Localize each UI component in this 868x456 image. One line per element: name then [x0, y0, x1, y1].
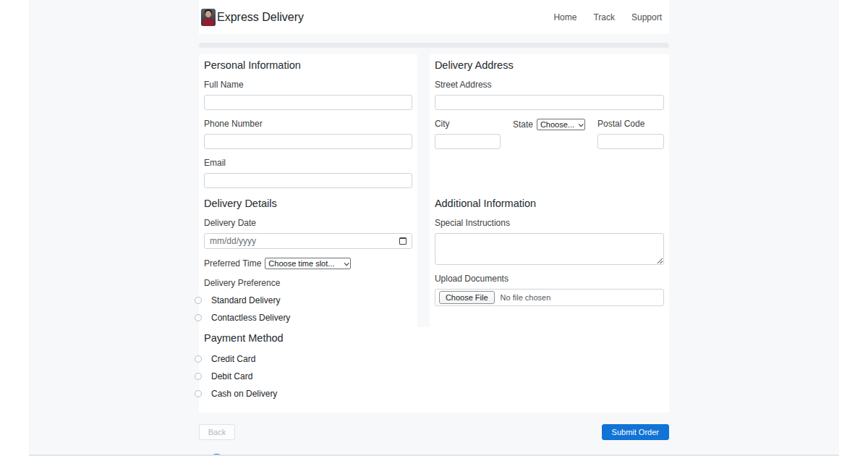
main-nav: Home Track Support: [553, 12, 667, 22]
radio-icon[interactable]: [195, 373, 202, 380]
logo-person-head: [205, 11, 211, 17]
address-row: City State Choose... Postal: [435, 110, 664, 149]
delivery-address-title: Delivery Address: [435, 59, 664, 71]
postal-code-field: Postal Code: [597, 110, 664, 149]
preferred-time-value: Choose time slot...: [268, 259, 334, 268]
full-name-label: Full Name: [204, 80, 412, 90]
section-delivery-address: Delivery Address Street Address City Sta…: [430, 54, 669, 193]
preferred-time-select[interactable]: Choose time slot...: [265, 258, 351, 269]
order-form: Personal Information Full Name Phone Num…: [199, 54, 669, 413]
postal-code-label: Postal Code: [597, 119, 664, 129]
city-input[interactable]: [435, 134, 501, 149]
payment-method-title: Payment Method: [204, 332, 664, 344]
special-instructions-textarea[interactable]: [435, 233, 664, 265]
section-personal-information: Personal Information Full Name Phone Num…: [199, 54, 417, 193]
delivery-preference-label: Delivery Preference: [204, 278, 412, 288]
content-column: Express Delivery Home Track Support Pers…: [199, 0, 669, 456]
radio-icon[interactable]: [195, 355, 202, 363]
nav-link-home[interactable]: Home: [553, 12, 576, 22]
section-delivery-details: Delivery Details Delivery Date mm/dd/yyy…: [199, 193, 417, 327]
personal-information-title: Personal Information: [204, 59, 412, 71]
section-additional-information: Additional Information Special Instructi…: [430, 193, 669, 327]
radio-cash-on-delivery[interactable]: Cash on Delivery: [204, 389, 664, 399]
state-label: State: [513, 119, 533, 130]
upload-documents-label: Upload Documents: [435, 274, 664, 284]
state-select-value: Choose...: [540, 120, 574, 129]
brand-link[interactable]: Express Delivery: [201, 9, 304, 26]
radio-icon[interactable]: [195, 314, 202, 321]
brand-logo-image: [201, 9, 216, 26]
special-instructions-label: Special Instructions: [435, 218, 664, 228]
radio-icon[interactable]: [195, 297, 202, 304]
nav-link-support[interactable]: Support: [631, 12, 662, 22]
radio-standard-delivery[interactable]: Standard Delivery: [204, 295, 412, 305]
app-container: Express Delivery Home Track Support Pers…: [29, 0, 839, 456]
email-label: Email: [204, 158, 412, 168]
delivery-date-input[interactable]: mm/dd/yyyy: [204, 233, 412, 249]
preferred-time-line: Preferred Time Choose time slot...: [204, 258, 412, 269]
preferred-time-label: Preferred Time: [204, 258, 261, 269]
form-footer: Back Submit Order: [199, 424, 669, 440]
email-input[interactable]: [204, 173, 412, 188]
chevron-down-icon: [579, 122, 584, 127]
phone-number-input[interactable]: [204, 134, 412, 149]
choose-file-button[interactable]: Choose File: [439, 291, 495, 304]
postal-code-input[interactable]: [597, 134, 664, 149]
brand-title: Express Delivery: [217, 11, 304, 24]
city-label: City: [435, 119, 501, 129]
street-address-input[interactable]: [435, 95, 664, 110]
state-select[interactable]: Choose...: [537, 119, 585, 130]
header: Express Delivery Home Track Support: [199, 0, 669, 34]
additional-information-title: Additional Information: [435, 198, 664, 209]
full-name-input[interactable]: [204, 95, 412, 110]
section-payment-method: Payment Method Credit Card Debit Card Ca…: [199, 327, 669, 413]
radio-debit-card[interactable]: Debit Card: [204, 371, 664, 381]
state-field: State Choose...: [513, 110, 585, 149]
logo-person-torso: [203, 18, 214, 26]
radio-credit-card[interactable]: Credit Card: [204, 354, 664, 364]
phone-number-label: Phone Number: [204, 119, 412, 129]
radio-contactless-delivery[interactable]: Contactless Delivery: [204, 313, 412, 323]
date-placeholder: mm/dd/yyyy: [210, 236, 256, 246]
chevron-down-icon: [344, 261, 349, 266]
special-instructions-wrap: [435, 233, 664, 265]
state-line: State Choose...: [513, 119, 585, 130]
back-button[interactable]: Back: [199, 424, 235, 440]
calendar-icon[interactable]: [399, 237, 407, 245]
progress-bar: [199, 43, 669, 48]
file-upload-input[interactable]: Choose File No file chosen: [435, 289, 664, 306]
street-address-label: Street Address: [435, 80, 664, 90]
delivery-date-label: Delivery Date: [204, 218, 412, 228]
nav-link-track[interactable]: Track: [593, 12, 615, 22]
delivery-details-title: Delivery Details: [204, 198, 412, 209]
city-field: City: [435, 110, 501, 149]
file-status-text: No file chosen: [501, 293, 551, 302]
submit-order-button[interactable]: Submit Order: [602, 424, 669, 440]
radio-icon[interactable]: [195, 390, 202, 397]
